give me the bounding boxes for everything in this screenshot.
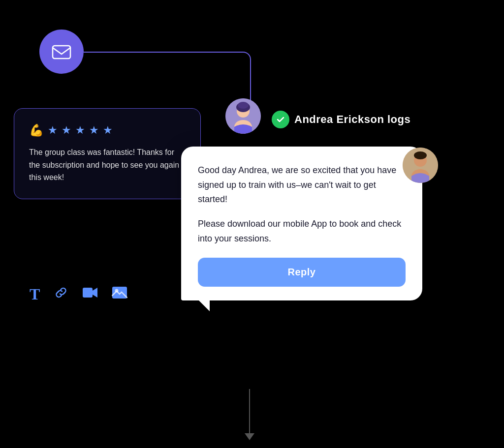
review-stars: 💪 ★ ★ ★ ★ ★ <box>29 123 186 137</box>
review-card: 💪 ★ ★ ★ ★ ★ The group class was fantasti… <box>14 108 201 199</box>
status-text: Andrea Erickson logs <box>294 113 410 126</box>
message-paragraph-2: Please download our mobile App to book a… <box>198 217 406 246</box>
text-icon[interactable]: T <box>30 285 40 303</box>
message-body: Good day Andrea, we are so excited that … <box>198 163 406 246</box>
star-4: ★ <box>89 124 99 137</box>
star-5: ★ <box>103 124 113 137</box>
svg-rect-1 <box>83 288 93 298</box>
svg-rect-0 <box>53 46 70 59</box>
toolbar: T <box>30 285 127 303</box>
connector-line-top <box>84 52 251 111</box>
svg-point-7 <box>238 102 249 109</box>
main-scene: 💪 ★ ★ ★ ★ ★ The group class was fantasti… <box>0 0 504 448</box>
status-dot <box>272 111 289 128</box>
avatar-andrea <box>225 98 261 134</box>
link-icon[interactable] <box>54 285 68 303</box>
emoji-muscle: 💪 <box>29 123 44 137</box>
email-icon-circle <box>39 30 84 74</box>
arrow-down-bottom <box>245 433 254 440</box>
svg-point-11 <box>414 151 427 159</box>
message-paragraph-1: Good day Andrea, we are so excited that … <box>198 163 406 207</box>
reply-button[interactable]: Reply <box>198 258 406 287</box>
star-1: ★ <box>48 124 58 137</box>
star-2: ★ <box>62 124 71 137</box>
star-3: ★ <box>75 124 85 137</box>
review-text: The group class was fantastic! Thanks fo… <box>29 146 186 184</box>
status-badge: Andrea Erickson logs <box>272 111 410 128</box>
video-icon[interactable] <box>82 286 98 302</box>
email-icon <box>51 41 72 62</box>
image-icon[interactable] <box>112 286 127 303</box>
avatar-trainer <box>403 148 438 183</box>
message-card: Good day Andrea, we are so excited that … <box>181 147 422 300</box>
connector-bottom <box>245 389 254 448</box>
connector-line-vertical <box>249 389 250 433</box>
